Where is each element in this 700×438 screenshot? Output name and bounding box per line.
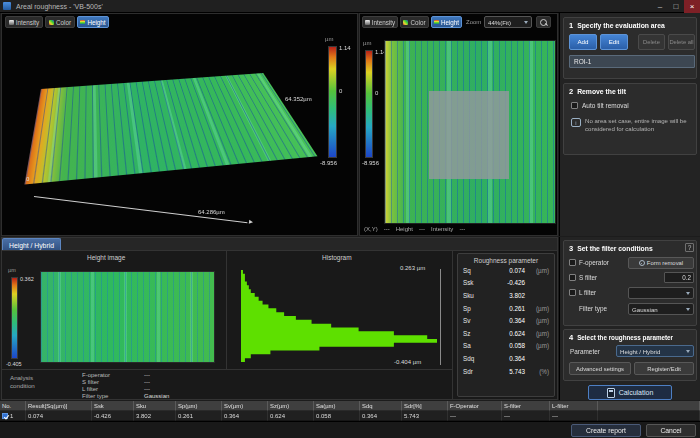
cancel-label: Cancel [660,427,681,434]
view3d-color-button[interactable]: Color [45,16,75,28]
section1-header: 1 Specify the evaluation area [569,21,665,30]
col-header: No. [0,401,26,411]
intensity-icon [365,20,370,25]
l-filter-select[interactable] [628,287,694,299]
condition-row: L filter--- [82,386,150,392]
height-map-2d[interactable] [384,40,556,224]
col-header: Result[Sq(µm)] [26,401,92,411]
color-icon [403,20,408,25]
close-button[interactable]: × [684,0,700,13]
edit-area-button[interactable]: Edit [600,34,628,50]
param-value: 0.624 [485,330,525,337]
cell: 0.058 [314,411,360,421]
histogram-svg [240,269,440,365]
condition-name: L filter [82,386,144,392]
auto-tilt-checkbox[interactable] [571,102,578,109]
height-colorbar-unit: µm [8,267,16,273]
s-filter-checkbox[interactable] [569,274,576,281]
add-area-button[interactable]: Add [569,34,597,50]
zoom-value: 44%(Fit) [488,19,511,26]
height-colorbar-min: -0.405 [6,361,22,367]
l-filter-checkbox[interactable] [569,289,576,296]
param-name: Sz [463,330,485,337]
roughness-parameter-title: Roughness parameter [458,254,554,264]
filter-type-label: Filter type [579,305,607,312]
col-header: S-filter [502,401,550,411]
colorbar-3d [328,46,337,158]
help-button[interactable]: ? [685,243,694,252]
analysis-condition-line1: Analysis [10,374,35,382]
section1-number: 1 [569,21,573,30]
filter-type-select[interactable]: Gaussian [628,303,694,315]
cell: 3.802 [134,411,176,421]
section3-title: Set the filter conditions [577,245,653,252]
col-header: Sdq [360,401,402,411]
col-header: Sa(µm) [314,401,360,411]
view3d-color-label: Color [56,19,71,26]
evaluation-area-section: 1 Specify the evaluation area Add Edit D… [563,17,697,79]
condition-row: S filter--- [82,379,150,385]
view3d-intensity-button[interactable]: Intensity [5,16,43,28]
cancel-button[interactable]: Cancel [646,424,696,437]
view2d-intensity-button[interactable]: Intensity [362,16,398,28]
colorbar-3d-mid: 0 [339,88,342,94]
section3-header: 3 Set the filter conditions [569,244,653,253]
param-value: -0.426 [485,279,525,286]
filter-type-value: Gaussian [632,306,658,313]
intensity-icon [9,20,14,25]
evaluation-area-selection[interactable] [429,91,509,179]
param-unit: (µm) [525,267,549,274]
minimize-button[interactable]: – [652,0,668,13]
delete-all-label: Delete all [669,39,693,45]
row-checkbox[interactable] [2,413,8,419]
divider [2,369,452,370]
view2d-color-button[interactable]: Color [400,16,429,28]
cell: 0.364 [222,411,268,421]
cell: 0.261 [176,411,222,421]
view3d-height-button[interactable]: Height [77,16,109,28]
parameter-label: Parameter [570,348,600,355]
view3d-intensity-label: Intensity [16,19,39,26]
param-row: Sp0.261(µm) [458,302,554,315]
f-operator-checkbox[interactable] [569,259,576,266]
roi-list-item[interactable]: ROI-1 [569,55,695,68]
section4-header: 4 Select the roughness parameter [569,333,673,342]
col-header: Sp(µm) [176,401,222,411]
advanced-settings-label: Advanced settings [576,366,624,372]
view2d-height-label: Height [441,19,459,26]
histogram-min-label: -0.404 µm [394,359,421,365]
footer-bar: Create report Cancel [0,421,700,438]
xy-label: (X,Y) [364,226,378,232]
table-row[interactable]: 1 0.074 -0.426 3.802 0.261 0.364 0.624 0… [0,411,700,421]
s-filter-value-input[interactable] [664,272,694,283]
register-edit-button[interactable]: Register/Edit [634,362,694,375]
chevron-down-icon [686,292,690,295]
chevron-down-icon [686,308,690,311]
register-edit-label: Register/Edit [647,366,681,372]
condition-value: --- [144,372,150,378]
delete-all-areas-button[interactable]: Delete all [668,34,695,50]
param-unit: (%) [525,368,549,375]
magnifier-icon [539,18,548,27]
col-header: Sdr[%] [402,401,448,411]
roi-label: ROI-1 [574,58,591,65]
delete-area-button[interactable]: Delete [638,34,665,50]
zoom-select[interactable]: 44%(Fit) [484,16,532,28]
param-value: 0.058 [485,342,525,349]
cell: 0.624 [268,411,314,421]
cell: -0.426 [92,411,134,421]
form-removal-button[interactable]: Form removal [628,257,694,269]
window-title: Areal roughness - 'VB-500s' [16,3,652,10]
calculation-button[interactable]: Calculation [588,385,672,400]
param-name: Sq [463,267,485,274]
maximize-button[interactable]: □ [668,0,684,13]
surface-3d-render[interactable] [24,73,317,185]
view2d-height-button[interactable]: Height [431,16,462,28]
magnifier-button[interactable] [536,16,551,28]
param-name: Sku [463,292,485,299]
parameter-select[interactable]: Height / Hybrid [616,345,694,357]
height-image-title: Height image [87,254,125,261]
axis-width-label: 64.286µm [198,209,225,215]
create-report-button[interactable]: Create report [571,424,641,437]
advanced-settings-button[interactable]: Advanced settings [569,362,631,375]
